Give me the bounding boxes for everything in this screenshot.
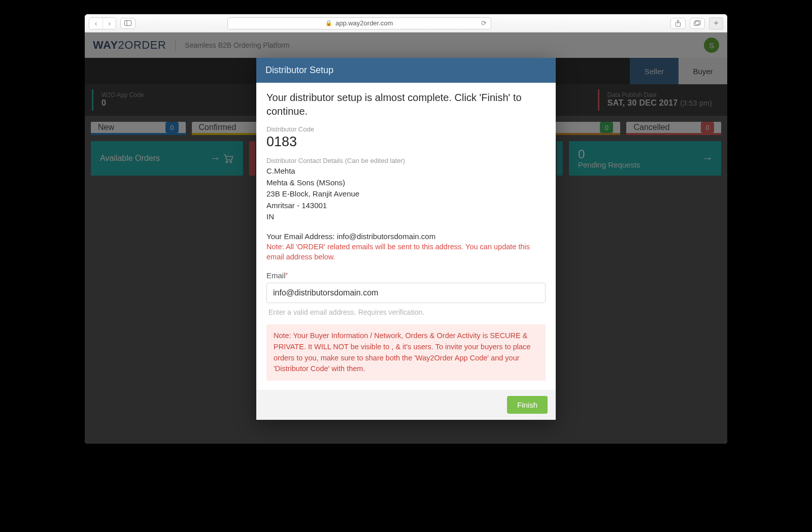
required-asterisk: * (286, 272, 288, 279)
sidebar-toggle-button[interactable] (120, 18, 136, 29)
modal-title: Distributor Setup (256, 58, 556, 83)
distributor-code-value: 0183 (266, 134, 546, 150)
browser-window: ‹ › 🔒 app.way2order.com ⟳ ＋ (85, 14, 727, 444)
distributor-code-label: Distributor Code (266, 125, 546, 133)
nav-back-forward: ‹ › (89, 17, 116, 29)
share-button[interactable] (670, 18, 686, 29)
finish-button[interactable]: Finish (507, 396, 548, 414)
email-row-value: info@distributorsdomain.com (337, 232, 435, 241)
svg-rect-4 (694, 21, 699, 25)
email-row: Your Email Address: info@distributorsdom… (266, 232, 546, 241)
new-tab-button[interactable]: ＋ (709, 17, 723, 29)
browser-toolbar: ‹ › 🔒 app.way2order.com ⟳ ＋ (85, 14, 727, 32)
lock-icon: 🔒 (325, 20, 332, 26)
modal-footer: Finish (256, 390, 556, 420)
privacy-note: Note: Your Buyer Information / Network, … (266, 324, 546, 381)
contact-details-label: Distributor Contact Details (Can be edit… (266, 157, 546, 164)
back-button[interactable]: ‹ (89, 18, 103, 29)
email-input[interactable] (266, 283, 546, 303)
email-row-label: Your Email Address: (266, 232, 337, 241)
svg-rect-0 (125, 21, 131, 26)
modal-body: Your distributor setup is almost complet… (256, 83, 556, 390)
app-viewport: WAY2ORDER Seamless B2B Ordering Platform… (85, 32, 727, 444)
svg-rect-5 (695, 20, 700, 24)
contact-details: C.Mehta Mehta & Sons (MSons) 23B E-Block… (266, 165, 546, 223)
tabs-button[interactable] (690, 18, 705, 29)
forward-button[interactable]: › (103, 18, 116, 29)
order-email-note: Note: All 'ORDER' related emails will be… (266, 242, 546, 262)
email-label-text: Email (266, 271, 286, 280)
reload-icon[interactable]: ⟳ (481, 19, 487, 27)
email-field-label: Email* (266, 271, 546, 280)
email-helper: Enter a valid email address. Requires ve… (268, 308, 546, 316)
url-host: app.way2order.com (335, 19, 393, 27)
modal-lead: Your distributor setup is almost complet… (266, 91, 546, 118)
distributor-setup-modal: Distributor Setup Your distributor setup… (256, 58, 556, 420)
url-bar[interactable]: 🔒 app.way2order.com ⟳ (227, 17, 491, 29)
